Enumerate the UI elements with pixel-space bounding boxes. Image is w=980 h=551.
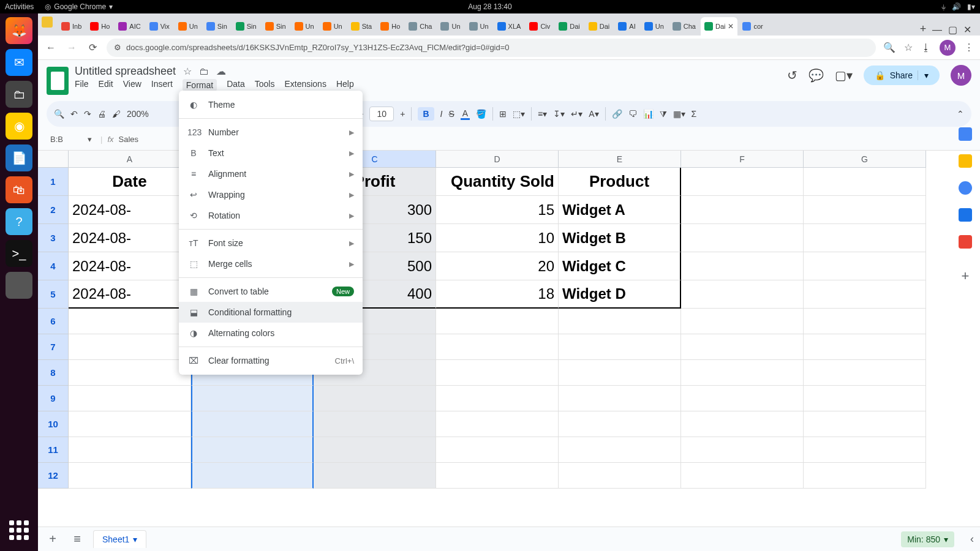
zoom-indicator-icon[interactable]: 🔍 xyxy=(883,42,895,53)
row-header[interactable]: 8 xyxy=(38,360,69,386)
browser-tab[interactable]: Un xyxy=(437,17,464,36)
browser-tab[interactable]: Un xyxy=(641,17,668,36)
functions-button[interactable]: Σ xyxy=(692,109,697,119)
cell-E1[interactable]: Product xyxy=(559,168,681,196)
cell-G4[interactable] xyxy=(804,252,926,280)
browser-tab[interactable]: Un xyxy=(319,17,346,36)
cell-E10[interactable] xyxy=(559,411,681,437)
row-header[interactable]: 6 xyxy=(38,309,69,334)
cell-G3[interactable] xyxy=(804,224,926,252)
browser-tab[interactable]: AI xyxy=(614,17,639,36)
cell-E12[interactable] xyxy=(559,463,681,489)
cell-F9[interactable] xyxy=(681,386,804,411)
chrome-menu-icon[interactable]: ⋮ xyxy=(964,42,974,53)
row-header[interactable]: 9 xyxy=(38,386,69,411)
cell-D6[interactable] xyxy=(436,309,559,334)
browser-tab[interactable]: AIC xyxy=(115,17,144,36)
browser-tab[interactable]: XLA xyxy=(494,17,525,36)
cell-A11[interactable] xyxy=(69,437,191,463)
collapse-toolbar-button[interactable]: ⌃ xyxy=(957,109,964,119)
format-menu-font-size[interactable]: тTFont size▶ xyxy=(179,233,363,253)
row-header[interactable]: 7 xyxy=(38,334,69,360)
horizontal-align-button[interactable]: ≡▾ xyxy=(538,109,547,119)
cell-F1[interactable] xyxy=(681,168,804,196)
browser-tab[interactable]: Cha xyxy=(405,17,435,36)
format-menu-clear-formatting[interactable]: ⌧Clear formattingCtrl+\ xyxy=(179,350,363,371)
browser-tab[interactable]: cor xyxy=(739,17,766,36)
row-header[interactable]: 2 xyxy=(38,196,69,224)
cell-A5[interactable]: 2024-08- xyxy=(69,280,191,309)
cell-D12[interactable] xyxy=(436,463,559,489)
cell-F2[interactable] xyxy=(681,196,804,224)
cell-A6[interactable] xyxy=(69,309,191,334)
app-indicator[interactable]: ◎ Google Chrome ▾ xyxy=(45,2,113,11)
cell-G11[interactable] xyxy=(804,437,926,463)
browser-tab[interactable]: Sin xyxy=(232,17,260,36)
borders-button[interactable]: ⊞ xyxy=(499,109,507,119)
software-store-launcher[interactable]: 🛍 xyxy=(6,176,32,203)
tab-search-button[interactable] xyxy=(42,17,53,28)
browser-tab[interactable]: Un xyxy=(175,17,202,36)
cell-A3[interactable]: 2024-08- xyxy=(69,224,191,252)
cell-C10[interactable] xyxy=(314,411,436,437)
browser-tab[interactable]: Dai xyxy=(585,17,614,36)
app-launcher[interactable] xyxy=(6,272,32,299)
cell-F7[interactable] xyxy=(681,334,804,360)
system-clock[interactable]: Aug 28 13:40 xyxy=(468,2,511,11)
vertical-align-button[interactable]: ↧▾ xyxy=(553,109,565,119)
insert-comment-button[interactable]: 🗨 xyxy=(628,109,637,119)
back-button[interactable]: ← xyxy=(44,42,58,53)
col-header-F[interactable]: F xyxy=(681,151,804,167)
search-menus-icon[interactable]: 🔍 xyxy=(54,109,64,119)
browser-tab[interactable]: Un xyxy=(466,17,492,36)
browser-tab[interactable]: Sta xyxy=(347,17,376,36)
col-header-A[interactable]: A xyxy=(69,151,191,167)
cell-E7[interactable] xyxy=(559,334,681,360)
print-button[interactable]: 🖨 xyxy=(97,109,106,119)
menu-extensions[interactable]: Extensions xyxy=(284,79,326,91)
menu-data[interactable]: Data xyxy=(227,79,245,91)
status-indicator[interactable]: Min: 850 ▾ xyxy=(901,531,954,547)
forward-button[interactable]: → xyxy=(65,42,78,53)
cell-G5[interactable] xyxy=(804,280,926,309)
calendar-addon-icon[interactable] xyxy=(959,127,972,141)
cell-D4[interactable]: 20 xyxy=(436,252,559,280)
thunderbird-launcher[interactable]: ✉ xyxy=(6,49,32,76)
sheet-tab-menu-icon[interactable]: ▾ xyxy=(133,534,137,544)
cell-F5[interactable] xyxy=(681,280,804,309)
cell-D10[interactable] xyxy=(436,411,559,437)
format-menu-convert-to-table[interactable]: ▦Convert to tableNew xyxy=(179,281,363,302)
sheets-logo-icon[interactable] xyxy=(47,67,69,95)
wifi-icon[interactable]: ⏚ xyxy=(941,2,946,11)
history-icon[interactable]: ↺ xyxy=(787,68,797,83)
format-menu-wrapping[interactable]: ↩Wrapping▶ xyxy=(179,184,363,205)
menu-view[interactable]: View xyxy=(123,79,141,91)
format-menu-alignment[interactable]: ≡Alignment▶ xyxy=(179,163,363,184)
row-header[interactable]: 4 xyxy=(38,252,69,280)
sheet-tab[interactable]: Sheet1 ▾ xyxy=(93,530,146,548)
row-header[interactable]: 10 xyxy=(38,411,69,437)
close-tab-icon[interactable]: ✕ xyxy=(728,22,734,31)
browser-tab[interactable]: Ho xyxy=(377,17,404,36)
cell-C9[interactable] xyxy=(314,386,436,411)
cell-B12[interactable] xyxy=(191,463,314,489)
zoom-selector[interactable]: 200% xyxy=(127,109,156,119)
cell-F3[interactable] xyxy=(681,224,804,252)
cell-A8[interactable] xyxy=(69,360,191,386)
files-launcher[interactable]: 🗀 xyxy=(6,81,32,108)
site-info-icon[interactable]: ⚙ xyxy=(114,43,121,52)
maximize-button[interactable]: ▢ xyxy=(948,24,957,36)
format-menu-number[interactable]: 123Number▶ xyxy=(179,122,363,143)
cell-E6[interactable] xyxy=(559,309,681,334)
cell-G10[interactable] xyxy=(804,411,926,437)
cell-F6[interactable] xyxy=(681,309,804,334)
move-icon[interactable]: 🗀 xyxy=(199,66,209,77)
terminal-launcher[interactable]: >_ xyxy=(6,240,32,267)
text-color-button[interactable]: A xyxy=(461,108,470,120)
cell-B11[interactable] xyxy=(191,437,314,463)
browser-tab[interactable]: Dai✕ xyxy=(701,17,738,36)
keep-addon-icon[interactable] xyxy=(959,154,972,168)
help-launcher[interactable]: ? xyxy=(6,208,32,235)
cell-A7[interactable] xyxy=(69,334,191,360)
browser-tab[interactable]: Ho xyxy=(86,17,113,36)
